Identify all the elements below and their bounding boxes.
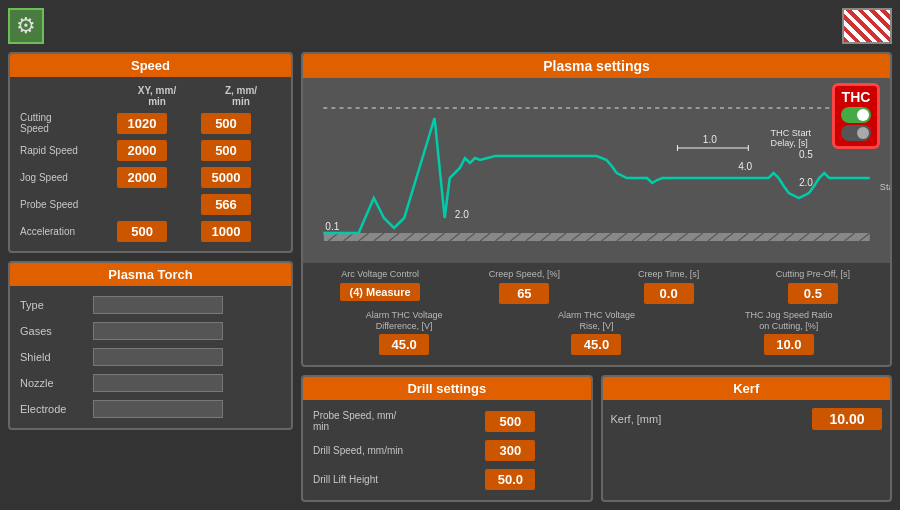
drill-lift-value[interactable]: 50.0 [483,465,582,494]
creep-time-value[interactable]: 0.0 [644,283,694,304]
type-label: Type [18,292,91,318]
kerf-label: Kerf, [mm] [611,413,662,425]
main-container: ⚙ Speed XY, mm/min Z, mm/min [0,0,900,510]
table-row: Probe Speed 566 [18,191,283,218]
kerf-header: Kerf [603,377,891,400]
creep-speed-control: Creep Speed, [%] 65 [455,269,593,304]
table-row: Gases [18,318,283,344]
right-col: Plasma settings [301,52,892,502]
arc-voltage-value[interactable]: (4) Measure [340,283,420,301]
creep-time-control: Creep Time, [s] 0.0 [600,269,738,304]
thc-button[interactable]: THC [832,83,880,149]
top-bar: ⚙ [8,8,892,44]
alarm-thc-diff-control: Alarm THC VoltageDifference, [V] 45.0 [311,310,497,356]
svg-text:0.5: 0.5 [799,149,813,160]
flag-icon[interactable] [842,8,892,44]
thc-jog-ratio-value[interactable]: 10.0 [764,334,814,355]
jog-speed-z[interactable]: 5000 [199,164,283,191]
gear-icon[interactable]: ⚙ [8,8,44,44]
table-row: Jog Speed 2000 5000 [18,164,283,191]
creep-speed-label: Creep Speed, [%] [489,269,560,280]
drill-lift-label: Drill Lift Height [311,465,483,494]
probe-speed-xy [115,191,199,218]
torch-panel-header: Plasma Torch [10,263,291,286]
rapid-speed-z[interactable]: 500 [199,137,283,164]
table-row: Shield [18,344,283,370]
torch-panel: Plasma Torch Type Gases Shield [8,261,293,430]
probe-speed-label: Probe Speed [18,191,115,218]
cutting-speed-xy[interactable]: 1020 [115,109,199,137]
plasma-settings-header: Plasma settings [303,54,890,78]
left-col: Speed XY, mm/min Z, mm/min CuttingSpeed … [8,52,293,502]
table-row: Drill Speed, mm/min 300 [311,436,583,465]
table-row: Nozzle [18,370,283,396]
gases-input[interactable] [91,318,283,344]
bottom-row: Drill settings Probe Speed, mm/min 500 D… [301,375,892,502]
creep-speed-value[interactable]: 65 [499,283,549,304]
nozzle-input[interactable] [91,370,283,396]
type-input[interactable] [91,292,283,318]
table-row: CuttingSpeed 1020 500 [18,109,283,137]
drill-speed-value[interactable]: 300 [483,436,582,465]
speed-panel: Speed XY, mm/min Z, mm/min CuttingSpeed … [8,52,293,253]
kerf-value[interactable]: 10.00 [812,408,882,430]
creep-time-label: Creep Time, [s] [638,269,699,280]
speed-z-header: Z, mm/min [199,83,283,109]
svg-text:2.0: 2.0 [799,177,813,188]
gases-label: Gases [18,318,91,344]
alarm-thc-diff-value[interactable]: 45.0 [379,334,429,355]
arc-voltage-label: Arc Voltage Control [341,269,419,280]
plasma-controls-row1: Arc Voltage Control (4) Measure Creep Sp… [303,263,890,310]
drill-speed-label: Drill Speed, mm/min [311,436,483,465]
acceleration-xy[interactable]: 500 [115,218,199,245]
cutting-speed-z[interactable]: 500 [199,109,283,137]
alarm-thc-rise-label: Alarm THC VoltageRise, [V] [558,310,635,332]
thc-toggle-off[interactable] [841,125,871,141]
alarm-thc-rise-control: Alarm THC VoltageRise, [V] 45.0 [503,310,689,356]
svg-text:0.1: 0.1 [325,221,339,232]
cutting-speed-label: CuttingSpeed [18,109,115,137]
shield-input[interactable] [91,344,283,370]
cutting-preoff-label: Cutting Pre-Off, [s] [776,269,850,280]
kerf-panel: Kerf Kerf, [mm] 10.00 [601,375,893,502]
table-row: Drill Lift Height 50.0 [311,465,583,494]
table-row: Rapid Speed 2000 500 [18,137,283,164]
drill-table: Probe Speed, mm/min 500 Drill Speed, mm/… [311,406,583,494]
alarm-thc-rise-value[interactable]: 45.0 [571,334,621,355]
svg-text:Delay, [s]: Delay, [s] [771,138,808,148]
nozzle-label: Nozzle [18,370,91,396]
rapid-speed-label: Rapid Speed [18,137,115,164]
torch-table: Type Gases Shield Nozzle [18,292,283,422]
thc-jog-ratio-label: THC Jog Speed Ratioon Cutting, [%] [745,310,833,332]
cutting-preoff-value[interactable]: 0.5 [788,283,838,304]
rapid-speed-xy[interactable]: 2000 [115,137,199,164]
svg-text:4.0: 4.0 [738,161,752,172]
table-row: Electrode [18,396,283,422]
probe-speed-z[interactable]: 566 [199,191,283,218]
arc-voltage-control: Arc Voltage Control (4) Measure [311,269,449,304]
probe-speed-drill-value[interactable]: 500 [483,406,582,436]
plasma-controls-row2: Alarm THC VoltageDifference, [V] 45.0 Al… [303,310,890,362]
plasma-chart: 60.0 1.0 4.0 2.0 0.1 [303,78,890,263]
drill-settings-panel: Drill settings Probe Speed, mm/min 500 D… [301,375,593,502]
speed-table: XY, mm/min Z, mm/min CuttingSpeed 1020 5… [18,83,283,245]
table-row: Acceleration 500 1000 [18,218,283,245]
table-row: Probe Speed, mm/min 500 [311,406,583,436]
speed-empty-header [18,83,115,109]
svg-text:1.0: 1.0 [703,134,717,145]
alarm-thc-diff-label: Alarm THC VoltageDifference, [V] [366,310,443,332]
svg-text:Start: Start [880,182,890,192]
electrode-input[interactable] [91,396,283,422]
probe-speed-drill-label: Probe Speed, mm/min [311,406,483,436]
kerf-body: Kerf, [mm] 10.00 [603,400,891,438]
svg-text:THC Start: THC Start [771,128,812,138]
svg-text:2.0: 2.0 [455,209,469,220]
electrode-label: Electrode [18,396,91,422]
shield-label: Shield [18,344,91,370]
jog-speed-xy[interactable]: 2000 [115,164,199,191]
table-row: Type [18,292,283,318]
plasma-chart-svg: 60.0 1.0 4.0 2.0 0.1 [303,78,890,263]
thc-jog-ratio-control: THC Jog Speed Ratioon Cutting, [%] 10.0 [696,310,882,356]
thc-toggle-on[interactable] [841,107,871,123]
acceleration-z[interactable]: 1000 [199,218,283,245]
